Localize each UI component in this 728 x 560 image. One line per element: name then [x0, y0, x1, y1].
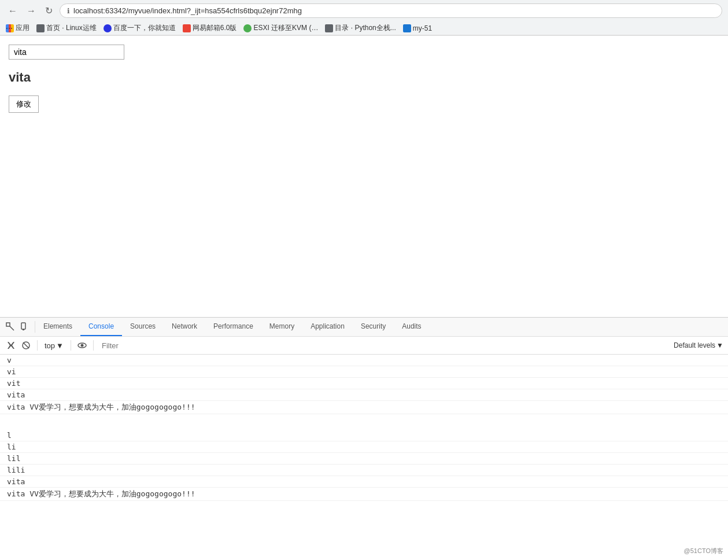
page-content: vita 修改 [0, 36, 728, 317]
svg-marker-4 [8, 342, 14, 349]
bookmark-linux[interactable]: 首页 · Linux运维 [36, 23, 97, 33]
devtools-icons [0, 321, 35, 333]
display-text: vita [9, 70, 719, 85]
console-line: lili [0, 465, 728, 476]
svg-rect-3 [23, 329, 24, 330]
tab-network[interactable]: Network [164, 318, 205, 336]
console-line: lil [0, 453, 728, 465]
back-button[interactable]: ← [6, 5, 20, 17]
watermark: @51CTO博客 [684, 547, 723, 555]
device-icon[interactable] [19, 321, 30, 333]
toolbar-divider-2 [71, 340, 71, 351]
bookmark-apps-label: 应用 [16, 23, 29, 33]
tab-sources[interactable]: Sources [122, 318, 164, 336]
inspect-icon[interactable] [5, 321, 16, 333]
console-line: l [0, 430, 728, 441]
bookmark-esxi[interactable]: ESXI 迁移至KVM (… [243, 23, 318, 33]
bookmark-linux-label: 首页 · Linux运维 [46, 23, 97, 33]
bookmark-my51[interactable]: my-51 [403, 24, 432, 32]
svg-rect-2 [21, 323, 25, 329]
devtools-panel: Elements Console Sources Network Perform… [0, 317, 728, 560]
top-context-select[interactable]: top ▼ [42, 340, 66, 351]
baidu-icon [104, 24, 112, 32]
refresh-button[interactable]: ↻ [43, 4, 55, 17]
default-levels-arrow-icon: ▼ [716, 341, 723, 349]
console-line-empty [0, 414, 728, 430]
address-bar[interactable]: ℹ localhost:63342/myvue/index.html?_ijt=… [60, 3, 722, 18]
modify-button[interactable]: 修改 [9, 95, 39, 113]
devtools-tabs: Elements Console Sources Network Perform… [35, 318, 728, 336]
tab-application[interactable]: Application [302, 318, 353, 336]
dropdown-arrow-icon: ▼ [56, 341, 64, 350]
console-line: vita VV爱学习，想要成为大牛，加油gogogogogo!!! [0, 401, 728, 414]
tab-console[interactable]: Console [80, 318, 122, 336]
tab-performance[interactable]: Performance [205, 318, 261, 336]
url-text: localhost:63342/myvue/index.html?_ijt=hs… [73, 6, 302, 15]
svg-point-8 [80, 344, 83, 347]
default-levels-label: Default levels [674, 341, 715, 349]
toolbar-divider-3 [93, 340, 94, 351]
apps-icon: ⋯ [6, 24, 14, 32]
console-line: vi [0, 366, 728, 378]
svg-line-6 [23, 342, 29, 348]
bookmark-email-label: 网易邮箱6.0版 [193, 23, 237, 33]
bookmark-apps[interactable]: ⋯ 应用 [6, 23, 29, 33]
eye-icon[interactable] [76, 339, 88, 352]
top-label: top [45, 341, 55, 350]
console-line: li [0, 441, 728, 453]
bookmark-baidu[interactable]: 百度一下，你就知道 [104, 23, 176, 33]
email-icon [183, 24, 191, 32]
bookmark-baidu-label: 百度一下，你就知道 [113, 23, 176, 33]
forward-button[interactable]: → [24, 5, 38, 17]
book-icon-2 [325, 24, 333, 32]
tab-audits[interactable]: Audits [394, 318, 429, 336]
bookmark-python[interactable]: 目录 · Python全栈... [325, 23, 396, 33]
tab-memory[interactable]: Memory [261, 318, 302, 336]
my51-icon [403, 24, 411, 32]
info-icon: ℹ [67, 7, 70, 15]
console-line: vita [0, 476, 728, 488]
default-levels-dropdown[interactable]: Default levels ▼ [674, 341, 723, 349]
filter-input[interactable] [98, 340, 671, 351]
toolbar-divider [37, 340, 38, 351]
esxi-icon [243, 24, 252, 32]
clear-console-icon[interactable] [5, 339, 17, 352]
block-icon[interactable] [20, 339, 32, 352]
bookmark-python-label: 目录 · Python全栈... [335, 23, 396, 33]
console-toolbar: top ▼ Default levels ▼ [0, 337, 728, 355]
bookmarks-bar: ⋯ 应用 首页 · Linux运维 百度一下，你就知道 网易邮箱6.0版 ESX… [0, 21, 728, 35]
svg-rect-0 [6, 323, 10, 326]
console-line: vit [0, 378, 728, 389]
console-line: vita [0, 389, 728, 401]
devtools-toolbar: Elements Console Sources Network Perform… [0, 318, 728, 337]
console-line: vita VV爱学习，想要成为大牛，加油gogogogogo!!! [0, 488, 728, 501]
console-output: v vi vit vita vita VV爱学习，想要成为大牛，加油gogogo… [0, 355, 728, 560]
bookmark-my51-label: my-51 [413, 24, 432, 32]
bookmark-esxi-label: ESXI 迁移至KVM (… [253, 23, 318, 33]
browser-chrome: ← → ↻ ℹ localhost:63342/myvue/index.html… [0, 0, 728, 36]
tab-elements[interactable]: Elements [35, 318, 80, 336]
book-icon-1 [36, 24, 45, 32]
nav-bar: ← → ↻ ℹ localhost:63342/myvue/index.html… [0, 0, 728, 21]
console-line: v [0, 355, 728, 366]
tab-security[interactable]: Security [353, 318, 394, 336]
svg-line-1 [10, 326, 14, 330]
bookmark-email[interactable]: 网易邮箱6.0版 [183, 23, 237, 33]
vita-input[interactable] [9, 45, 124, 60]
